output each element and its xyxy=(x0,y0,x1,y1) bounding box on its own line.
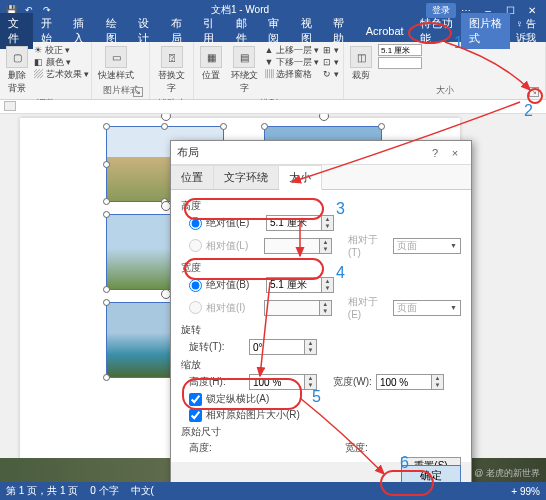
section-original-size: 原始尺寸 xyxy=(181,425,461,439)
crop-button[interactable]: ◫裁剪 xyxy=(348,44,374,84)
remove-background-button[interactable]: ▢删除背景 xyxy=(4,44,30,97)
width-field[interactable] xyxy=(378,57,422,69)
zoom-level[interactable]: + 99% xyxy=(511,486,540,497)
artistic-effects-button[interactable]: ▨ 艺术效果 ▾ xyxy=(34,68,89,80)
ribbon-tabs: 文件 开始 插入 绘图 设计 布局 引用 邮件 审阅 视图 帮助 Acrobat… xyxy=(0,20,546,42)
rel-width-radio xyxy=(189,301,202,314)
relative-original-label: 相对原始图片大小(R) xyxy=(206,408,300,422)
language-status[interactable]: 中文( xyxy=(131,484,154,498)
spin-up-icon[interactable]: ▲ xyxy=(322,216,333,223)
dialog-close-icon[interactable]: × xyxy=(445,147,465,159)
status-bar: 第 1 页，共 1 页 0 个字 中文( + 99% xyxy=(0,482,546,500)
ribbon-group-arrange: ▦位置 ▤环绕文字 ▲ 上移一层 ▾ ▼ 下移一层 ▾ ▥ 选择窗格 ⊞ ▾ ⊡… xyxy=(194,42,344,99)
scale-w-spinner[interactable]: ▲▼ xyxy=(376,374,444,390)
dialog-body: 高度 绝对值(E) ▲▼ 相对值(L) ▲▼ 相对于(T) 页面▼ 宽度 绝对值… xyxy=(171,190,471,462)
position-button[interactable]: ▦位置 xyxy=(198,44,224,84)
dialog-tab-wrap[interactable]: 文字环绕 xyxy=(214,165,279,189)
rotation-label: 旋转(T): xyxy=(189,340,245,354)
dialog-tab-position[interactable]: 位置 xyxy=(171,165,214,189)
lock-aspect-label: 锁定纵横比(A) xyxy=(206,392,269,406)
abs-height-radio[interactable] xyxy=(189,217,202,230)
rel-to-e-combo: 页面▼ xyxy=(393,300,461,316)
styles-dialog-launcher[interactable]: ↘ xyxy=(133,87,143,97)
spin-down-icon[interactable]: ▼ xyxy=(322,285,333,292)
scale-w-label: 宽度(W): xyxy=(333,375,372,389)
section-height: 高度 xyxy=(181,199,461,213)
abs-height-input[interactable] xyxy=(266,215,322,231)
rel-to-t-combo: 页面▼ xyxy=(393,238,461,254)
rotation-input[interactable] xyxy=(249,339,305,355)
rotation-spinner[interactable]: ▲▼ xyxy=(249,339,317,355)
rel-to-t-label: 相对于(T) xyxy=(348,233,389,258)
ribbon-group-picture-styles: ▭快速样式 图片样式 ↘ xyxy=(92,42,150,99)
group-button[interactable]: ⊡ ▾ xyxy=(323,56,339,68)
tab-acrobat[interactable]: Acrobat xyxy=(358,22,412,40)
orig-h-label: 高度: xyxy=(189,441,245,455)
relative-original-checkbox[interactable] xyxy=(189,409,202,422)
scale-h-label: 高度(H): xyxy=(189,375,245,389)
rel-height-label: 相对值(L) xyxy=(206,239,260,253)
abs-width-input[interactable] xyxy=(266,277,322,293)
page-status[interactable]: 第 1 页，共 1 页 xyxy=(6,484,78,498)
group-label-size: 大小 xyxy=(348,84,541,98)
orig-w-label: 宽度: xyxy=(345,441,368,455)
abs-height-spinner[interactable]: ▲▼ xyxy=(266,215,334,231)
size-dialog-launcher[interactable]: ↘ xyxy=(529,87,539,97)
ribbon-group-size: ◫裁剪 大小 ↘ xyxy=(344,42,546,99)
alt-text-button[interactable]: ⍰替换文字 xyxy=(154,44,189,97)
section-width: 宽度 xyxy=(181,261,461,275)
spin-down-icon[interactable]: ▼ xyxy=(322,223,333,230)
send-backward-button[interactable]: ▼ 下移一层 ▾ xyxy=(265,56,320,68)
ribbon-group-accessibility: ⍰替换文字 辅助功能 xyxy=(150,42,194,99)
dialog-tabs: 位置 文字环绕 大小 xyxy=(171,165,471,190)
word-count[interactable]: 0 个字 xyxy=(90,484,118,498)
layout-dialog: 布局 ? × 位置 文字环绕 大小 高度 绝对值(E) ▲▼ 相对值(L) ▲▼… xyxy=(170,140,472,492)
quick-styles-button[interactable]: ▭快速样式 xyxy=(96,44,136,84)
color-button[interactable]: ◧ 颜色 ▾ xyxy=(34,56,89,68)
rel-width-label: 相对值(I) xyxy=(206,301,260,315)
lock-aspect-checkbox[interactable] xyxy=(189,393,202,406)
height-field[interactable] xyxy=(378,44,422,56)
rel-width-input xyxy=(264,300,320,316)
abs-width-label: 绝对值(B) xyxy=(206,278,262,292)
tell-me[interactable]: ♀ 告诉我 xyxy=(516,17,546,45)
abs-height-label: 绝对值(E) xyxy=(206,216,262,230)
dialog-title: 布局 xyxy=(177,145,425,160)
rotate-button[interactable]: ↻ ▾ xyxy=(323,68,339,80)
ribbon-group-adjust: ▢删除背景 ☀ 校正 ▾ ◧ 颜色 ▾ ▨ 艺术效果 ▾ 调整 xyxy=(0,42,92,99)
dialog-titlebar[interactable]: 布局 ? × xyxy=(171,141,471,165)
section-scale: 缩放 xyxy=(181,358,461,372)
align-button[interactable]: ⊞ ▾ xyxy=(323,44,339,56)
ruler-corner xyxy=(4,101,16,111)
corrections-button[interactable]: ☀ 校正 ▾ xyxy=(34,44,89,56)
scale-w-input[interactable] xyxy=(376,374,432,390)
selection-pane-button[interactable]: ▥ 选择窗格 xyxy=(265,68,320,80)
rel-height-input xyxy=(264,238,320,254)
bring-forward-button[interactable]: ▲ 上移一层 ▾ xyxy=(265,44,320,56)
scale-h-spinner[interactable]: ▲▼ xyxy=(249,374,317,390)
rel-height-radio xyxy=(189,239,202,252)
watermark: @ 老虎的新世界 xyxy=(474,467,540,480)
scale-h-input[interactable] xyxy=(249,374,305,390)
abs-width-spinner[interactable]: ▲▼ xyxy=(266,277,334,293)
horizontal-ruler[interactable] xyxy=(0,100,546,114)
close-icon[interactable]: ✕ xyxy=(522,5,542,16)
rotate-handle-icon[interactable] xyxy=(161,114,171,121)
ribbon: ▢删除背景 ☀ 校正 ▾ ◧ 颜色 ▾ ▨ 艺术效果 ▾ 调整 ▭快速样式 图片… xyxy=(0,42,546,100)
abs-width-radio[interactable] xyxy=(189,279,202,292)
rel-to-e-label: 相对于(E) xyxy=(348,295,390,320)
dialog-tab-size[interactable]: 大小 xyxy=(279,165,322,190)
spin-up-icon[interactable]: ▲ xyxy=(322,278,333,285)
section-rotate: 旋转 xyxy=(181,323,461,337)
wrap-text-button[interactable]: ▤环绕文字 xyxy=(228,44,261,97)
rotate-handle-icon[interactable] xyxy=(319,114,329,121)
dialog-help-icon[interactable]: ? xyxy=(425,147,445,159)
